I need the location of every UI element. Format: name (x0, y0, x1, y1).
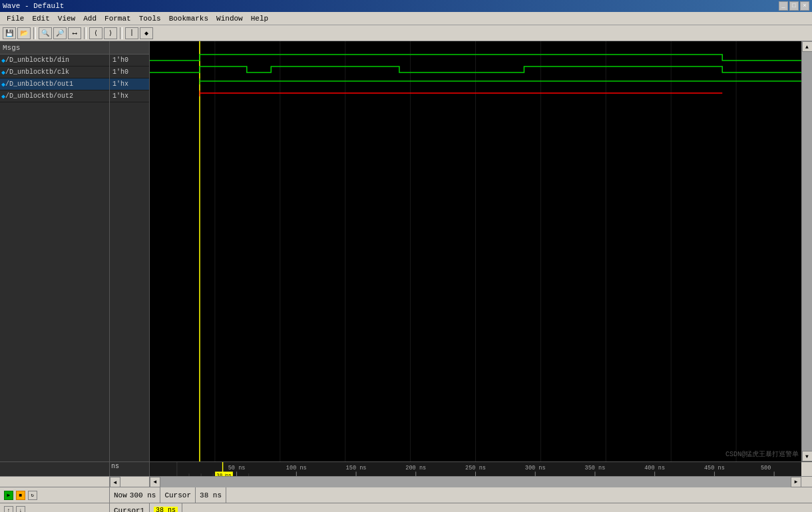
signal-name-out1: /D_unblocktb/out1 (5, 80, 108, 88)
value-row-out2: 1'hx (110, 90, 149, 102)
toolbar-next[interactable]: ⟩ (104, 27, 117, 39)
h-scroll-corner (801, 477, 812, 487)
status-icons: ▶ ■ ↻ (0, 487, 110, 503)
status-bar2-icon1[interactable]: ↑ (4, 506, 13, 513)
h-scroll-left[interactable]: ◄ (110, 477, 120, 487)
signal-name-clk: /D_unblocktb/clk (5, 68, 108, 76)
value-panel: 1'h0 1'h0 1'hx 1'hx (110, 41, 150, 461)
svg-text:300 ns: 300 ns (525, 465, 546, 471)
v-scrollbar[interactable]: ▲ ▼ (801, 41, 812, 461)
toolbar-cursor[interactable]: | (125, 27, 138, 39)
svg-text:38 ns: 38 ns (216, 473, 232, 476)
toolbar: 💾 📂 🔍 🔎 ⟷ ⟨ ⟩ | ◆ (0, 25, 812, 41)
menu-add[interactable]: Add (79, 14, 101, 23)
toolbar-sep2 (84, 27, 87, 39)
toolbar-zoomfit[interactable]: ⟷ (68, 27, 81, 39)
v-scroll-track[interactable] (802, 52, 813, 451)
status-bar2-icon2[interactable]: ↓ (16, 506, 25, 513)
status-bar-2: ↑ ↓ Cursor 1 38 ns (0, 503, 812, 512)
toolbar-sep1 (33, 27, 36, 39)
signal-panel: Msgs ◆ /D_unblocktb/din ◆ /D_unblocktb/c… (0, 41, 110, 461)
timeline-signal-space (0, 462, 110, 476)
toolbar-sep3 (120, 27, 122, 39)
status-bar2-cursor-time: 38 ns (150, 503, 182, 512)
msgs-label: Msgs (3, 44, 20, 52)
title-bar: Wave - Default _ □ × (0, 0, 812, 12)
svg-text:500: 500 (761, 465, 771, 471)
svg-text:200 ns: 200 ns (405, 465, 426, 471)
value-clk: 1'h0 (112, 68, 128, 76)
status-now-section: Now 300 ns (110, 487, 160, 503)
wave-area[interactable]: CSDN@猛虎王暴打巡警单 (150, 41, 801, 461)
status-cursor-value-section: 38 ns (196, 487, 226, 503)
toolbar-zoomin[interactable]: 🔍 (39, 27, 52, 39)
value-din: 1'h0 (112, 57, 128, 64)
status-cursor-time-value: 38 ns (154, 507, 178, 512)
signal-row-clk[interactable]: ◆ /D_unblocktb/clk (0, 66, 109, 78)
timeline-value-space: ns (110, 462, 150, 476)
signal-name-out2: /D_unblocktb/out2 (5, 92, 108, 100)
h-scroll-left-btn[interactable]: ◄ (150, 477, 160, 487)
toolbar-open[interactable]: 📂 (17, 27, 31, 39)
toolbar-marker[interactable]: ◆ (140, 27, 153, 39)
menu-format[interactable]: Format (101, 14, 135, 23)
signal-row-din[interactable]: ◆ /D_unblocktb/din (0, 55, 109, 66)
title-text: Wave - Default (3, 2, 779, 10)
menu-window[interactable]: Window (212, 14, 247, 23)
timeline-ruler[interactable]: 50 ns 100 ns 150 ns 200 ns 250 ns 300 ns… (150, 462, 801, 476)
wave-and-scroll: CSDN@猛虎王暴打巡警单 ▲ ▼ (150, 41, 812, 461)
h-scroll-right-btn[interactable]: ► (791, 477, 801, 487)
signal-name-din: /D_unblocktb/din (5, 57, 108, 64)
signal-header: Msgs (0, 41, 109, 55)
status-cursor-number: 1 (140, 507, 145, 513)
status-now-label: Now (114, 491, 127, 499)
h-scroll-track[interactable]: ◄ ► (150, 477, 801, 487)
value-row-clk: 1'h0 (110, 66, 149, 78)
menu-help[interactable]: Help (247, 14, 272, 23)
value-row-din: 1'h0 (110, 55, 149, 66)
h-scrollbar: ◄ ◄ ► (0, 476, 812, 487)
waveform-svg (150, 41, 801, 461)
menu-edit[interactable]: Edit (28, 14, 53, 23)
value-header (110, 41, 149, 55)
svg-text:400 ns: 400 ns (644, 465, 665, 471)
status-now-value: 300 ns (130, 491, 156, 499)
value-out1: 1'hx (112, 80, 128, 88)
menu-tools[interactable]: Tools (135, 14, 165, 23)
title-bar-buttons[interactable]: _ □ × (779, 1, 809, 11)
status-icon-2[interactable]: ■ (16, 491, 25, 500)
timeline-scroll-corner (801, 462, 812, 476)
menu-view[interactable]: View (54, 14, 79, 23)
svg-text:250 ns: 250 ns (465, 465, 486, 471)
minimize-button[interactable]: _ (779, 1, 788, 11)
signal-row-out1[interactable]: ◆ /D_unblocktb/out1 (0, 78, 109, 90)
h-scroll-thumb[interactable] (160, 477, 791, 487)
toolbar-zoomout[interactable]: 🔎 (53, 27, 67, 39)
close-button[interactable]: × (800, 1, 809, 11)
status-cursor-label: Cursor (164, 491, 191, 499)
menu-file[interactable]: File (3, 14, 28, 23)
status-icon-1[interactable]: ▶ (4, 491, 13, 500)
status-icon-3[interactable]: ↻ (28, 491, 37, 500)
h-scroll-space1 (0, 477, 110, 487)
maximize-button[interactable]: □ (789, 1, 799, 11)
toolbar-prev[interactable]: ⟨ (89, 27, 102, 39)
menu-bookmarks[interactable]: Bookmarks (165, 14, 212, 23)
timeline-svg: 50 ns 100 ns 150 ns 200 ns 250 ns 300 ns… (150, 462, 801, 476)
toolbar-save[interactable]: 💾 (3, 27, 16, 39)
signal-row-out2[interactable]: ◆ /D_unblocktb/out2 (0, 90, 109, 102)
svg-text:350 ns: 350 ns (585, 465, 606, 471)
timeline-ns-label: ns (110, 461, 120, 471)
status-bar-1: ▶ ■ ↻ Now 300 ns Cursor 38 ns (0, 487, 812, 503)
svg-text:450 ns: 450 ns (704, 465, 725, 471)
svg-text:150 ns: 150 ns (346, 465, 367, 471)
status-cursor-section: Cursor (160, 487, 196, 503)
svg-text:100 ns: 100 ns (286, 465, 307, 471)
wave-container: CSDN@猛虎王暴打巡警单 ▲ ▼ (150, 41, 812, 461)
h-scroll-space2: ◄ (110, 477, 150, 487)
v-scroll-down[interactable]: ▼ (802, 451, 813, 461)
v-scroll-up[interactable]: ▲ (802, 41, 813, 52)
status-bar2-cursor-num: Cursor 1 (110, 503, 150, 512)
svg-text:50 ns: 50 ns (228, 465, 246, 471)
value-row-out1: 1'hx (110, 78, 149, 90)
